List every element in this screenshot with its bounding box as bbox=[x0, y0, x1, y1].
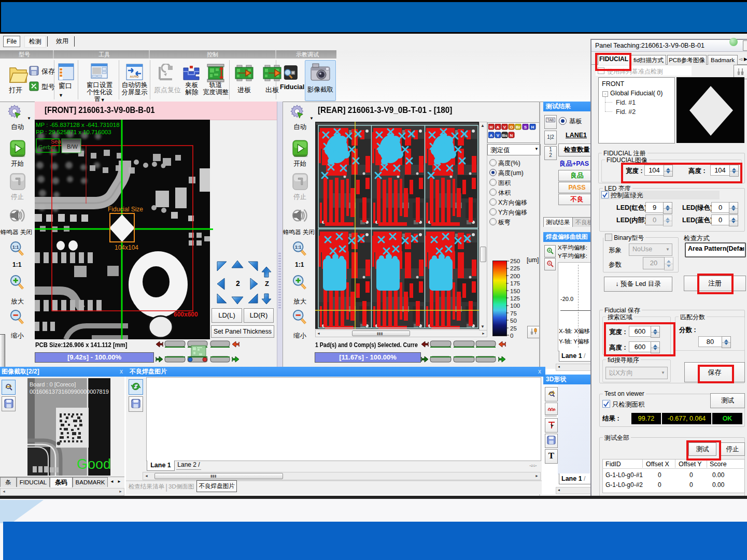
svg-text:Good: Good bbox=[77, 456, 110, 472]
svg-text:AUTO: AUTO bbox=[130, 75, 139, 78]
svg-text:H: H bbox=[531, 125, 534, 130]
svg-text:2: 2 bbox=[236, 279, 240, 288]
svg-text:S: S bbox=[524, 125, 527, 130]
svg-text:O: O bbox=[510, 125, 513, 130]
svg-text:Br: Br bbox=[516, 125, 520, 130]
svg-text:V: V bbox=[503, 125, 506, 130]
svg-text:Board : 0 [Coreco]: Board : 0 [Coreco] bbox=[30, 381, 76, 387]
svg-text:PP : 29.525871 x 10.716003: PP : 29.525871 x 10.716003 bbox=[36, 129, 111, 135]
svg-text:MP : -65.837128 x -641.731018: MP : -65.837128 x -641.731018 bbox=[36, 122, 120, 128]
svg-text:Sea: Sea bbox=[51, 138, 61, 145]
svg-text:N: N bbox=[510, 133, 513, 138]
svg-text:A: A bbox=[497, 125, 500, 130]
svg-text:Z: Z bbox=[265, 280, 269, 288]
svg-text:Bs: Bs bbox=[502, 133, 508, 138]
svg-text:104x104: 104x104 bbox=[115, 244, 138, 251]
svg-text:H: H bbox=[490, 125, 493, 130]
svg-text:Fiducial Size: Fiducial Size bbox=[108, 206, 143, 213]
svg-text:B/W: B/W bbox=[67, 143, 78, 150]
svg-text:A: A bbox=[490, 133, 493, 138]
svg-text:600x600: 600x600 bbox=[174, 311, 198, 318]
svg-text:0016061373160990000007819: 0016061373160990000007819 bbox=[30, 389, 109, 395]
svg-text:V: V bbox=[497, 133, 500, 138]
svg-text:Gerber: Gerber bbox=[38, 144, 57, 150]
